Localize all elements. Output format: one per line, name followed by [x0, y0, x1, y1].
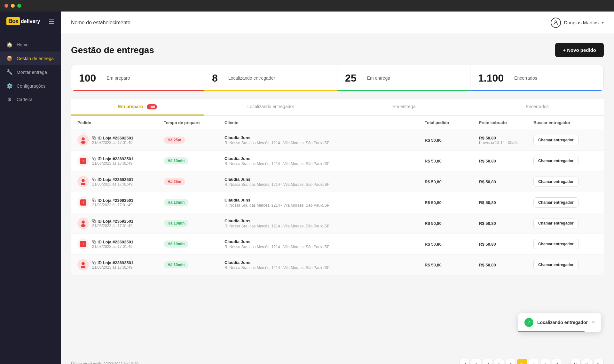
page-footer: Última atualização 20/03/2023 às 10:20 <…: [61, 355, 614, 364]
package-icon: 📦: [6, 55, 13, 61]
table-row: ID Loja #23692501 21/03/2023 às 17:01:49…: [71, 171, 604, 192]
order-total-6: R$ 50,80: [425, 263, 476, 267]
order-cell-5: f ID Loja #23692501 21/03/2023 às 17:01:…: [77, 238, 161, 250]
stat-em-entrega-number: 25: [345, 72, 357, 84]
stat-em-preparo-label: Em preparo: [106, 75, 130, 81]
tab-em-preparo[interactable]: Em preparo 100: [71, 99, 204, 115]
time-cell-3: Há 10min: [164, 199, 221, 206]
wallet-icon: $: [6, 97, 13, 102]
svg-point-7: [82, 179, 85, 182]
freight-price-5: R$ 50,80: [479, 242, 530, 247]
stat-divider-3: [362, 72, 362, 84]
col-frete: Frete cobrado: [479, 120, 530, 125]
client-name-3: Claudia Juns: [224, 198, 421, 202]
time-badge-0: Há 25m: [164, 137, 185, 144]
freight-price-4: R$ 50,80: [479, 221, 530, 226]
sidebar-item-montar-label: Montar entrega: [17, 70, 47, 75]
pagination-page-7[interactable]: 7: [540, 359, 550, 364]
pagination-page-12[interactable]: 12: [582, 359, 592, 364]
pagination-page-1[interactable]: 1: [471, 359, 481, 364]
col-tempo: Tempo de preparo: [164, 120, 221, 125]
sidebar-item-gestao-entrega[interactable]: 📦 Gestão de entrega: [0, 51, 61, 65]
sidebar-item-carteira[interactable]: $ Carteira: [0, 93, 61, 106]
freight-cell-4: R$ 50,80: [479, 221, 530, 226]
pagination-page-6[interactable]: 6: [529, 359, 539, 364]
logo-text: delivery: [21, 19, 40, 24]
stat-encerrados: 1.100 Encerrados: [470, 65, 603, 91]
call-deliverer-button-1[interactable]: Chamar entregador: [533, 156, 579, 166]
order-avatar-2: [77, 176, 89, 187]
order-info-4: ID Loja #23692501 21/03/2023 às 17:01:49: [92, 219, 133, 228]
total-cell-0: R$ 50,80: [425, 138, 476, 143]
stat-localizando-number: 8: [212, 72, 218, 84]
total-cell-6: R$ 50,80: [425, 263, 476, 267]
tab-localizando[interactable]: Localizando entregador: [204, 99, 338, 115]
copy-icon: [92, 261, 96, 265]
time-cell-4: Há 10min: [164, 220, 221, 227]
sidebar-item-montar-entrega[interactable]: 🔧 Montar entrega: [0, 65, 61, 79]
svg-point-0: [555, 21, 557, 23]
pagination-page-4[interactable]: 4: [506, 359, 516, 364]
order-date-3: 21/03/2023 às 17:01:49: [92, 203, 133, 207]
tab-encerrados-label: Encerrados: [526, 104, 549, 109]
tab-em-preparo-label: Em preparo: [118, 104, 143, 109]
pagination-next[interactable]: >: [594, 359, 604, 364]
total-cell-4: R$ 50,80: [425, 221, 476, 226]
order-id-2: ID Loja #23692501: [92, 177, 133, 182]
user-menu[interactable]: Douglas Martins ▾: [551, 18, 604, 28]
order-info-0: ID Loja #23692501 21/03/2023 às 17:01:49: [92, 136, 133, 145]
client-address-4: R. Nossa Sra. das Mercês, 1214 - Vila Mo…: [224, 224, 421, 228]
toast-close-button[interactable]: ×: [592, 320, 595, 325]
freight-cell-6: R$ 50,80: [479, 263, 530, 267]
time-cell-6: Há 10min: [164, 261, 221, 268]
total-cell-1: R$ 50,80: [425, 159, 476, 163]
freight-cell-1: R$ 50,80: [479, 159, 530, 163]
pagination-page-8[interactable]: 8: [552, 359, 562, 364]
page-header: Gestão de entregas + Novo pedido: [71, 43, 604, 57]
wrench-icon: 🔧: [6, 69, 13, 75]
logo-box: Box: [6, 17, 20, 25]
call-deliverer-button-5[interactable]: Chamar entregador: [533, 239, 579, 249]
call-deliverer-button-3[interactable]: Chamar entregador: [533, 197, 579, 208]
chevron-down-icon: ▾: [602, 20, 604, 25]
table-body: ID Loja #23692501 21/03/2023 às 17:01:49…: [71, 130, 604, 275]
sidebar-item-home[interactable]: 🏠 Home: [0, 38, 61, 51]
tab-em-entrega[interactable]: Em entrega: [337, 99, 471, 115]
freight-price-0: R$ 50,80: [479, 136, 530, 140]
order-total-2: R$ 50,80: [425, 179, 476, 184]
svg-point-1: [82, 137, 85, 140]
pagination-page-11[interactable]: 11: [571, 359, 581, 364]
client-cell-0: Claudia Juns R. Nossa Sra. das Mercês, 1…: [224, 135, 421, 145]
order-date-2: 21/03/2023 às 17:01:49: [92, 182, 133, 186]
call-deliverer-button-6[interactable]: Chamar entregador: [533, 260, 579, 270]
sidebar-item-configuracoes[interactable]: ⚙️ Configurações: [0, 79, 61, 93]
table-row: ID Loja #23692501 21/03/2023 às 17:01:49…: [71, 130, 604, 151]
stat-divider-2: [223, 72, 223, 84]
order-info-1: ID Loja #23692501 21/03/2023 às 17:01:49: [92, 156, 133, 166]
page-content: Gestão de entregas + Novo pedido 100 Em …: [61, 34, 614, 355]
total-cell-2: R$ 50,80: [425, 179, 476, 184]
tab-encerrados[interactable]: Encerrados: [471, 99, 604, 115]
stat-em-preparo: 100 Em preparo: [71, 65, 204, 91]
pagination-prev[interactable]: <: [460, 359, 470, 364]
call-deliverer-button-4[interactable]: Chamar entregador: [533, 218, 579, 228]
call-deliverer-button-2[interactable]: Chamar entregador: [533, 177, 579, 187]
call-deliverer-button-0[interactable]: Chamar entregador: [533, 135, 579, 145]
tab-em-preparo-badge: 100: [147, 104, 157, 109]
col-buscar: Buscar entregador: [533, 120, 597, 125]
svg-point-2: [81, 141, 86, 144]
client-address-0: R. Nossa Sra. das Mercês, 1214 - Vila Mo…: [224, 141, 421, 145]
client-name-0: Claudia Juns: [224, 135, 421, 140]
client-cell-6: Claudia Juns R. Nossa Sra. das Mercês, 1…: [224, 260, 421, 270]
pagination-page-5[interactable]: 5: [517, 359, 527, 364]
order-info-6: ID Loja #23692501 21/03/2023 às 17:01:49: [92, 260, 133, 270]
client-cell-1: Claudia Juns R. Nossa Sra. das Mercês, 1…: [224, 156, 421, 166]
hamburger-icon[interactable]: ☰: [49, 18, 54, 25]
pagination-page-2[interactable]: 2: [483, 359, 493, 364]
toast-progress-bar: [518, 331, 585, 332]
new-order-button[interactable]: + Novo pedido: [555, 43, 604, 57]
stat-em-entrega: 25 Em entrega: [337, 65, 470, 91]
topbar: Nome do estabelecimento Douglas Martins …: [61, 12, 614, 34]
col-pedido: Pedido: [77, 120, 161, 125]
pagination-page-3[interactable]: 3: [494, 359, 504, 364]
